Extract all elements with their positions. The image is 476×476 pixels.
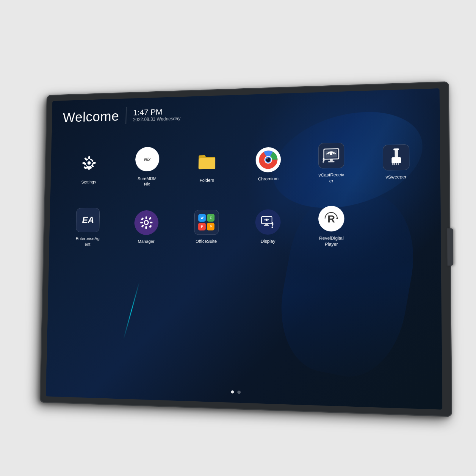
monitor-shell: Welcome 1:47 PM 2022.08.31 Wednesday [40, 82, 452, 417]
svg-rect-33 [145, 216, 147, 219]
svg-rect-22 [330, 159, 333, 161]
side-bar [447, 228, 453, 265]
svg-rect-3 [82, 162, 85, 164]
svg-rect-34 [145, 226, 147, 229]
svg-rect-43 [265, 224, 268, 225]
app-grid: Settings Nix SureMDMNix [60, 131, 428, 257]
svg-rect-35 [140, 222, 143, 223]
pagination-dot-2[interactable] [237, 391, 240, 394]
date-display: 2022.08.31 Wednesday [133, 116, 181, 123]
os-pdf: P [207, 223, 214, 231]
os-word: W [198, 214, 206, 222]
svg-text:R: R [328, 213, 335, 225]
pagination [231, 390, 240, 394]
app-empty [365, 195, 428, 257]
time-block: 1:47 PM 2022.08.31 Wednesday [133, 107, 181, 123]
display-label: Display [261, 238, 275, 244]
enterprise-icon: EA [76, 208, 100, 232]
os-excel: E [207, 214, 215, 222]
suremdm-icon-inner: Nix [135, 147, 159, 172]
welcome-text: Welcome [63, 108, 119, 125]
suremdm-icon: Nix [134, 146, 160, 173]
settings-label: Settings [81, 179, 96, 185]
svg-rect-1 [88, 156, 90, 159]
vsweeper-label: vSweeper [386, 174, 406, 180]
manager-label: Manager [138, 238, 155, 244]
officesuite-icon: W E P P [194, 210, 219, 235]
svg-rect-39 [141, 224, 144, 227]
app-chromium[interactable]: Chromium [239, 134, 298, 194]
svg-rect-13 [198, 158, 215, 169]
pagination-dot-1[interactable] [231, 390, 234, 394]
monitor-outer: Welcome 1:47 PM 2022.08.31 Wednesday [33, 86, 443, 408]
folders-icon [194, 148, 220, 174]
header: Welcome 1:47 PM 2022.08.31 Wednesday [63, 105, 181, 126]
officesuite-label: OfficeSuite [195, 238, 217, 244]
chromium-label: Chromium [258, 176, 278, 181]
monitor-bezel: Welcome 1:47 PM 2022.08.31 Wednesday [40, 82, 452, 417]
svg-rect-2 [88, 167, 90, 170]
svg-rect-25 [392, 157, 401, 163]
display-icon [255, 209, 281, 235]
time-display: 1:47 PM [133, 107, 181, 117]
vcast-label: vCastReceiver [319, 172, 344, 184]
revel-label: RevelDigitalPlayer [319, 235, 343, 247]
app-folders[interactable]: Folders [178, 136, 236, 195]
os-ppt: P [198, 223, 206, 231]
app-officesuite[interactable]: W E P P OfficeSuite [177, 197, 236, 256]
vsweeper-icon [383, 144, 409, 170]
header-divider [126, 107, 126, 124]
svg-rect-44 [264, 225, 269, 226]
svg-rect-27 [394, 163, 395, 165]
app-revel[interactable]: R RevelDigitalPlayer [301, 196, 362, 256]
app-manager[interactable]: Manager [118, 198, 175, 256]
fa-text: EA [82, 215, 94, 226]
svg-rect-38 [149, 225, 152, 228]
svg-rect-4 [93, 162, 95, 164]
app-display[interactable]: Display [238, 197, 298, 257]
svg-rect-30 [393, 148, 399, 150]
svg-rect-36 [150, 222, 153, 223]
svg-rect-26 [392, 163, 393, 165]
manager-icon [134, 210, 159, 235]
vcast-icon [318, 143, 344, 169]
folders-label: Folders [200, 177, 214, 183]
svg-rect-37 [141, 217, 144, 220]
suremdm-label: SureMDMNix [137, 176, 156, 187]
svg-point-45 [271, 226, 273, 228]
svg-point-42 [265, 219, 267, 221]
svg-rect-24 [394, 149, 398, 158]
officesuite-grid: W E P P [196, 212, 217, 233]
app-vsweeper[interactable]: vSweeper [365, 131, 428, 193]
settings-icon [76, 150, 102, 176]
app-suremdm[interactable]: Nix SureMDMNix [119, 137, 176, 196]
svg-rect-23 [328, 161, 334, 162]
enterprise-label: EnterpriseAgent [76, 236, 100, 247]
revel-icon: R [318, 206, 344, 232]
svg-rect-28 [396, 163, 397, 165]
svg-rect-40 [149, 217, 152, 220]
chromium-icon [256, 147, 281, 173]
svg-rect-7 [83, 166, 86, 170]
svg-rect-29 [398, 162, 399, 165]
app-settings[interactable]: Settings [61, 139, 117, 196]
app-enterprise[interactable]: EA EnterpriseAgent [60, 198, 116, 256]
app-vcast[interactable]: vCastReceiver [301, 133, 362, 194]
screen: Welcome 1:47 PM 2022.08.31 Wednesday [46, 88, 442, 410]
